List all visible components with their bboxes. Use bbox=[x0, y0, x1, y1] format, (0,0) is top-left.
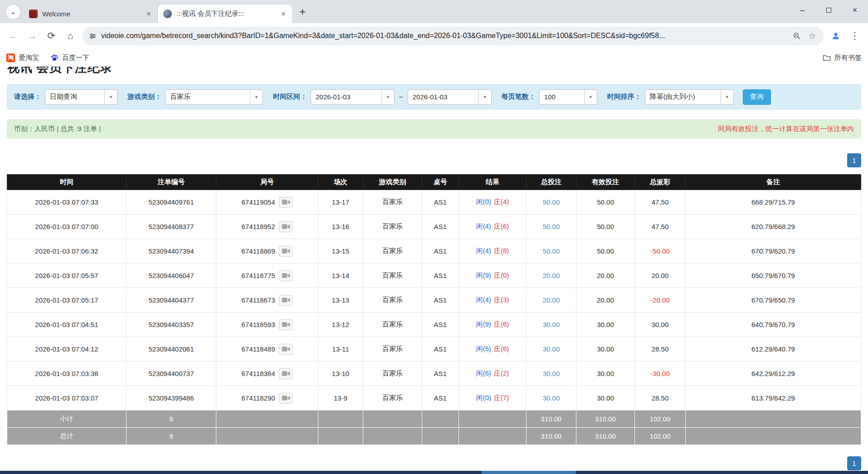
cell-game-kind: 百家乐 bbox=[363, 288, 422, 313]
bookmark-baidu[interactable]: 百度一下 bbox=[50, 54, 89, 62]
tab-close-icon[interactable]: × bbox=[278, 9, 288, 19]
back-button[interactable]: ← bbox=[4, 26, 23, 45]
payout-value: 28.50 bbox=[652, 394, 669, 402]
cell-session: 13-16 bbox=[318, 215, 363, 239]
cell-result: 闲(4)庄(8) bbox=[459, 239, 527, 264]
date-end-value: 2026-01-03 bbox=[408, 93, 478, 101]
per-page-label: 每页笔数： bbox=[502, 93, 536, 101]
per-page-select[interactable]: 100 ▼ bbox=[539, 89, 597, 105]
bookmark-aitaobao[interactable]: 淘 爱淘宝 bbox=[6, 54, 39, 62]
zoom-icon[interactable] bbox=[789, 28, 805, 44]
total-count: 9 bbox=[127, 428, 216, 445]
close-window-button[interactable]: × bbox=[842, 0, 868, 20]
sort-order-select[interactable]: 降幂(由大到小) ▼ bbox=[645, 89, 734, 105]
window-controls: – × bbox=[789, 0, 868, 20]
new-tab-button[interactable]: + bbox=[295, 4, 310, 20]
video-replay-button[interactable] bbox=[279, 368, 293, 379]
menu-kebab-icon[interactable]: ⋮ bbox=[845, 26, 864, 45]
total-bet-link[interactable]: 50.00 bbox=[543, 247, 560, 255]
cell-total-bet: 50.00 bbox=[527, 215, 576, 239]
cell-total-bet: 30.00 bbox=[527, 337, 576, 362]
tab-bet-records[interactable]: :::视讯 会员下注纪录::: × bbox=[158, 5, 292, 23]
pagination-bottom: 1 bbox=[7, 456, 861, 470]
search-button[interactable]: 查询 bbox=[743, 89, 771, 105]
cell-round-id: 674119054 bbox=[216, 190, 318, 215]
column-header: 桌号 bbox=[422, 175, 459, 190]
page-title-clip: 视讯 会员下注纪录 bbox=[0, 67, 868, 75]
bookmark-star-icon[interactable]: ☆ bbox=[805, 28, 820, 44]
site-info-icon[interactable] bbox=[89, 32, 97, 40]
query-type-select[interactable]: 日期查询 ▼ bbox=[45, 89, 117, 105]
total-bet-link[interactable]: 50.00 bbox=[543, 198, 560, 206]
tab-search-button[interactable]: ⌄ bbox=[6, 5, 20, 19]
cell-table-id: AS1 bbox=[422, 190, 459, 215]
range-separator: ~ bbox=[399, 93, 403, 101]
per-page-value: 100 bbox=[540, 93, 584, 101]
query-type-value: 日期查询 bbox=[45, 93, 104, 101]
cell-time: 2026-01-03 07:03:07 bbox=[7, 386, 127, 410]
video-replay-button[interactable] bbox=[279, 295, 293, 306]
game-kind-value: 百家乐 bbox=[166, 93, 250, 101]
payout-value: 47.50 bbox=[652, 198, 669, 206]
sort-order-value: 降幂(由大到小) bbox=[645, 93, 721, 101]
tab-close-icon[interactable]: × bbox=[144, 9, 154, 19]
home-button[interactable]: ⌂ bbox=[61, 26, 80, 45]
video-replay-button[interactable] bbox=[279, 270, 293, 281]
forward-button[interactable]: → bbox=[23, 26, 42, 45]
result-player: 闲(9) bbox=[476, 271, 491, 279]
browser-toolbar: ← → ⟳ ⌂ videoie.com/game/betrecord_searc… bbox=[0, 23, 868, 49]
table-header-row: 时间注单编号局号场次游戏类别桌号结果总投注有效投注总派彩备注 bbox=[7, 175, 861, 190]
payout-value: -50.00 bbox=[650, 247, 670, 255]
cell-session: 13-17 bbox=[318, 190, 363, 215]
cell-session: 13-12 bbox=[318, 313, 363, 337]
total-bet-link[interactable]: 30.00 bbox=[543, 321, 560, 328]
column-header: 游戏类别 bbox=[363, 175, 422, 190]
total-bet-link[interactable]: 50.00 bbox=[543, 223, 560, 230]
video-replay-button[interactable] bbox=[279, 393, 293, 404]
page-1-button[interactable]: 1 bbox=[847, 153, 861, 167]
total-bet-link[interactable]: 20.00 bbox=[543, 296, 560, 304]
cell-total-bet: 30.00 bbox=[527, 386, 576, 410]
minimize-button[interactable]: – bbox=[789, 0, 815, 20]
total-bet-link[interactable]: 30.00 bbox=[543, 370, 560, 377]
cell-round-id: 674118593 bbox=[216, 313, 318, 337]
cell-session: 13-13 bbox=[318, 288, 363, 313]
maximize-button[interactable] bbox=[815, 0, 842, 20]
video-replay-button[interactable] bbox=[279, 246, 293, 257]
video-replay-button[interactable] bbox=[279, 344, 293, 355]
tab-strip: ⌄ Welcome × :::视讯 会员下注纪录::: × + – × bbox=[0, 0, 868, 23]
game-kind-select[interactable]: 百家乐 ▼ bbox=[165, 89, 263, 105]
video-replay-button[interactable] bbox=[279, 197, 293, 208]
cell-total-bet: 20.00 bbox=[527, 288, 576, 313]
total-bet-link[interactable]: 30.00 bbox=[543, 345, 560, 353]
refresh-button[interactable]: ⟳ bbox=[42, 26, 61, 45]
video-replay-button[interactable] bbox=[279, 319, 293, 330]
round-number: 674119054 bbox=[242, 198, 275, 206]
cell-table-id: AS1 bbox=[422, 239, 459, 264]
video-replay-button[interactable] bbox=[279, 221, 293, 232]
all-bookmarks[interactable]: 所有书签 bbox=[823, 54, 862, 62]
cell-session: 13-10 bbox=[318, 362, 363, 386]
subtotal-payout: 102.00 bbox=[635, 410, 686, 428]
caret-down-icon: ▼ bbox=[104, 90, 117, 104]
profile-icon[interactable] bbox=[826, 26, 845, 45]
url-text[interactable]: videoie.com/game/betrecord_search/kind3?… bbox=[101, 32, 789, 40]
cell-round-id: 674118673 bbox=[216, 288, 318, 313]
address-bar[interactable]: videoie.com/game/betrecord_search/kind3?… bbox=[83, 27, 824, 45]
tab-welcome[interactable]: Welcome × bbox=[24, 5, 158, 23]
subtotal-row: 小计 9 310.00 310.00 102.00 bbox=[7, 410, 861, 428]
cell-time: 2026-01-03 07:05:57 bbox=[7, 264, 127, 288]
total-bet-link[interactable]: 30.00 bbox=[543, 394, 560, 402]
result-banker: 庄(7) bbox=[494, 394, 509, 401]
cell-payout: 30.00 bbox=[635, 313, 686, 337]
date-end-select[interactable]: 2026-01-03 ▼ bbox=[408, 89, 492, 105]
result-player: 闲(0) bbox=[476, 394, 491, 401]
total-bet-link[interactable]: 20.00 bbox=[543, 272, 560, 279]
cell-game-kind: 百家乐 bbox=[363, 386, 422, 410]
date-start-select[interactable]: 2026-01-03 ▼ bbox=[311, 89, 395, 105]
cell-bet-id: 523094408377 bbox=[127, 215, 216, 239]
result-banker: 庄(4) bbox=[494, 198, 509, 205]
page-1-button[interactable]: 1 bbox=[847, 456, 861, 470]
cell-valid-bet: 20.00 bbox=[576, 264, 635, 288]
cell-table-id: AS1 bbox=[422, 362, 459, 386]
